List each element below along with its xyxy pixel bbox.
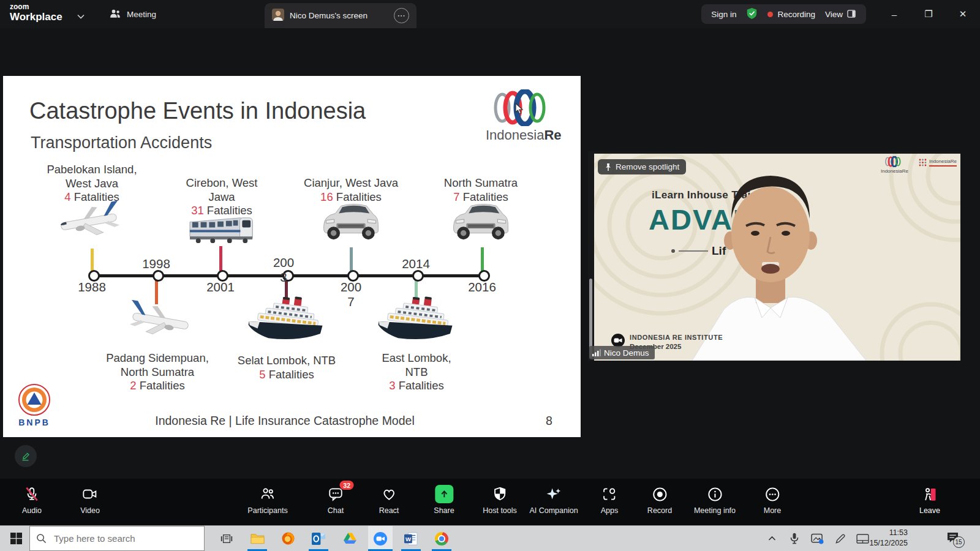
airplane-image [56,201,128,241]
recording-label: Recording [777,10,815,19]
bnpb-label: BNPB [17,418,52,427]
pencil-icon [20,451,31,462]
taskbar-outlook[interactable] [306,526,331,551]
word-icon: W [404,532,418,545]
host-tools-label: Host tools [483,506,517,515]
tray-screenshot-icon[interactable] [807,526,827,551]
tab-options-icon[interactable]: ⋯ [394,8,409,23]
event-east-lombok: East Lombok, NTB 3 Fatalities [382,351,451,393]
remove-spotlight-button[interactable]: Remove spotlight [598,159,686,174]
taskbar-google-drive[interactable] [337,526,362,551]
participant-name: Nico Demus [604,348,649,358]
apps-button[interactable]: Apps [601,485,619,515]
share-screen-icon [435,485,453,503]
task-view-icon [221,533,233,544]
notification-center-button[interactable]: 15 [942,526,963,551]
close-button[interactable]: ✕ [946,0,980,28]
task-view-button[interactable] [216,526,238,551]
video-institute-logo: IndonesiaRe [919,159,957,167]
remove-spotlight-label: Remove spotlight [616,162,679,171]
share-label: Share [434,506,454,515]
video-logo2-text: IndonesiaRe [929,159,957,167]
mic-muted-icon [24,485,40,503]
car-image [449,197,513,242]
more-button[interactable]: More [764,485,781,515]
share-button[interactable]: Share [434,485,454,515]
ai-companion-button[interactable]: AI Companion [529,485,578,515]
zoom-workplace-logo: zoom Workplace [10,3,62,22]
minimize-button[interactable]: – [877,0,911,28]
zoom-toolbar: Audio ∧ Video ∧ Participants 227 ∧ 32 [0,479,980,525]
shared-screen-slide: Catastrophe Events in Indonesia Transpor… [3,76,581,437]
react-label: React [379,506,399,515]
windows-logo-icon [10,533,22,544]
indonesia-re-logo [490,89,559,126]
workspace-chevron-down-icon[interactable] [77,10,85,21]
more-icon [764,485,780,503]
shield-icon [492,485,508,503]
view-button[interactable]: View [825,10,856,19]
tray-mic-icon[interactable] [785,526,804,551]
react-button[interactable]: React [379,485,399,515]
record-icon [651,485,668,503]
taskbar-clock[interactable]: 11:53 15/12/2025 [869,528,908,549]
meeting-info-button[interactable]: Meeting info [694,485,736,515]
maximize-button[interactable]: ❐ [911,0,946,28]
host-tools-button[interactable]: Host tools [483,485,517,515]
sign-in-link[interactable]: Sign in [711,10,736,19]
avatar [272,9,284,23]
year-2016: 2016 [468,280,496,294]
recording-dot-icon [767,12,773,17]
file-explorer-icon [251,533,265,545]
meeting-status-pill: Sign in Recording View [701,4,866,24]
tab-meeting-label: Meeting [127,10,156,19]
google-drive-icon [343,532,357,545]
taskbar-word[interactable]: W [399,526,423,551]
record-button[interactable]: Record [647,485,672,515]
cruise-ship-image [376,295,457,351]
tray-pen-icon[interactable] [831,526,850,551]
outlook-icon [312,532,326,545]
slide-footer: Indonesia Re | Life Insurance Catastroph… [144,414,426,428]
video-logo1-text: IndonesiaRe [881,168,908,174]
start-button[interactable] [5,526,27,551]
taskbar-zoom[interactable] [368,526,393,551]
brand-workplace: Workplace [10,12,62,22]
audio-label: Audio [22,506,42,515]
security-shield-icon[interactable] [746,7,758,21]
taskbar-file-explorer[interactable] [245,526,270,551]
camera-icon [82,485,99,503]
event-pabelokan: Pabelokan Island, West Java 4 Fatalities [47,163,137,204]
year-1998: 1998 [142,257,170,271]
participant-video-tile[interactable]: iLearn Inhouse Training ADVAN Lif Remove… [588,151,960,361]
audio-button[interactable]: Audio [22,485,42,515]
view-label: View [825,10,843,19]
zoom-app-icon [373,531,388,546]
cruise-ship-image [246,295,327,351]
search-input[interactable] [53,533,190,544]
bnpb-logo [18,383,51,416]
apps-label: Apps [601,506,619,515]
firefox-icon [281,531,295,545]
video-indonesia-re-logo: IndonesiaRe [881,156,908,174]
tab-shared-screen-label: Nico Demus's screen [290,11,368,20]
taskbar-search[interactable] [29,526,205,551]
tab-meeting[interactable]: Meeting [109,0,156,28]
leave-button[interactable]: Leave [919,485,940,515]
slide-title: Catastrophe Events in Indonesia [29,98,366,124]
timeline-node [412,270,424,282]
taskbar-firefox[interactable] [276,526,300,551]
taskbar-chrome[interactable] [429,526,454,551]
zoom-titlebar: zoom Workplace Meeting Nico Demus's scre… [0,0,980,28]
train-image [189,212,255,245]
info-icon [706,485,723,503]
year-2014: 2014 [402,257,430,271]
chat-button[interactable]: 32 Chat [328,485,344,515]
participants-button[interactable]: Participants [247,485,287,515]
participants-label: Participants [247,506,287,515]
video-button[interactable]: Video [80,485,100,515]
tray-expand-button[interactable] [763,526,781,551]
chrome-icon [435,532,448,545]
annotate-button[interactable] [15,445,37,467]
tab-shared-screen[interactable]: Nico Demus's screen ⋯ [265,3,417,28]
